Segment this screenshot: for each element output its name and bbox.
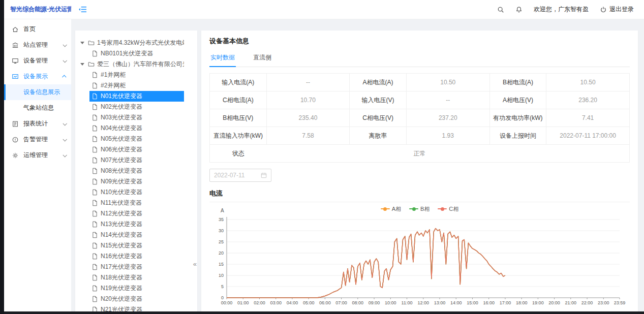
tree-leaf-node[interactable]: N08光伏逆变器	[75, 166, 197, 176]
sidebar-subitem-label: 设备信息展示	[23, 88, 60, 97]
svg-text:35: 35	[219, 217, 224, 222]
tree-leaf-node[interactable]: N07光伏逆变器	[75, 155, 197, 166]
file-icon	[91, 168, 98, 174]
tree-node-label: N11光伏逆变器	[101, 199, 142, 207]
tree-collapse-handle[interactable]: «	[193, 260, 197, 268]
tab-1[interactable]: 直流侧	[252, 51, 272, 67]
svg-text:20: 20	[219, 250, 224, 256]
status-row: 状态正常	[210, 145, 630, 163]
y-axis-unit-label: A	[221, 208, 224, 213]
sidebar-item[interactable]: 站点管理	[4, 37, 71, 53]
file-icon	[91, 232, 98, 238]
tree-node-label: N17光伏逆变器	[101, 263, 142, 271]
tree-node-label: N07光伏逆变器	[101, 156, 142, 165]
date-picker[interactable]: 2022-07-11	[209, 169, 271, 182]
info-value: 10.70	[266, 91, 350, 109]
tree-leaf-node[interactable]: N06光伏逆变器	[75, 144, 197, 155]
sidebar-item-label: 首页	[23, 25, 36, 34]
sidebar-subitem[interactable]: 设备信息展示	[4, 84, 71, 100]
sidebar-subitem[interactable]: 气象站信息	[4, 100, 71, 116]
status-label: 状态	[232, 149, 244, 158]
sidebar-item[interactable]: 设备管理	[4, 53, 71, 69]
device-icon	[12, 57, 19, 65]
tree-leaf-node[interactable]: N19光伏逆变器	[75, 283, 197, 294]
tree-leaf-node[interactable]: NB0101光伏逆变器	[75, 48, 197, 59]
tree-leaf-node[interactable]: N18光伏逆变器	[75, 272, 197, 283]
sidebar-item[interactable]: 报表统计	[4, 116, 71, 132]
tree-leaf-node[interactable]: N03光伏逆变器	[75, 112, 197, 123]
svg-text:14:00: 14:00	[450, 300, 462, 305]
info-row: 直流输入功率(kW)7.58离散率1.93设备上报时间2022-07-11 17…	[210, 127, 630, 145]
tree-folder-node[interactable]: 1号家用4.32kW分布式光伏发电站	[75, 38, 197, 48]
svg-text:08:00: 08:00	[352, 300, 364, 305]
legend-item[interactable]: B相	[409, 205, 430, 213]
file-icon	[91, 210, 98, 217]
tree-leaf-node[interactable]: N16光伏逆变器	[75, 251, 197, 262]
tree-leaf-node[interactable]: #1并网柜	[75, 70, 197, 80]
svg-text:30: 30	[219, 228, 224, 233]
sidebar-item[interactable]: 设备展示	[4, 69, 71, 84]
site-icon	[12, 42, 19, 49]
info-value: 1.93	[406, 127, 489, 145]
tree-leaf-node[interactable]: #2并网柜	[75, 80, 197, 91]
svg-text:21:00: 21:00	[565, 300, 577, 305]
file-icon	[91, 285, 98, 292]
legend-label: B相	[420, 205, 430, 213]
tree-leaf-node[interactable]: N01光伏逆变器	[75, 91, 197, 102]
svg-text:15: 15	[219, 262, 224, 267]
sidebar-item[interactable]: 告警管理	[4, 132, 71, 147]
tree-leaf-node[interactable]: N17光伏逆变器	[75, 262, 197, 272]
calendar-icon	[261, 172, 267, 178]
tree-folder-node[interactable]: 爱三（佛山）汽车部件有限公司光伏发	[75, 59, 197, 70]
svg-text:15:00: 15:00	[467, 300, 478, 305]
tree-leaf-node[interactable]: N05光伏逆变器	[75, 134, 197, 144]
tree-leaf-node[interactable]: N20光伏逆变器	[75, 294, 197, 304]
search-icon[interactable]	[497, 6, 504, 13]
tree-node-label: N04光伏逆变器	[101, 124, 142, 133]
ops-icon	[12, 152, 19, 159]
date-value: 2022-07-11	[214, 172, 245, 179]
menu-fold-icon[interactable]	[78, 6, 87, 13]
sidebar-item-label: 设备管理	[23, 56, 48, 65]
svg-text:23:00: 23:00	[598, 300, 609, 305]
tree-leaf-node[interactable]: N04光伏逆变器	[75, 123, 197, 134]
tree-leaf-node[interactable]: N13光伏逆变器	[75, 219, 197, 230]
sidebar-item[interactable]: 首页	[4, 21, 71, 37]
info-label: 设备上报时间	[489, 127, 546, 145]
tree-leaf-node[interactable]: N02光伏逆变器	[75, 102, 197, 112]
file-icon	[91, 104, 98, 110]
sidebar-item-label: 告警管理	[23, 135, 48, 144]
info-label: A相电流(A)	[350, 74, 407, 91]
top-bar: 智光综合能源-光伏运营 欢迎您，广东智有盈 退出登录	[4, 0, 644, 19]
chart-header: A A相B相C相	[209, 204, 630, 213]
status-value: 正常	[414, 149, 426, 158]
tree-leaf-node[interactable]: N10光伏逆变器	[75, 187, 197, 198]
tree-leaf-node[interactable]: N11光伏逆变器	[75, 198, 197, 208]
caret-down-icon[interactable]	[80, 42, 84, 44]
file-icon	[91, 82, 98, 89]
legend-label: C相	[449, 205, 458, 213]
tree-leaf-node[interactable]: N14光伏逆变器	[75, 230, 197, 240]
tree-node-label: N20光伏逆变器	[101, 295, 142, 303]
tree-leaf-node[interactable]: N09光伏逆变器	[75, 176, 197, 187]
tree-leaf-node[interactable]: N15光伏逆变器	[75, 240, 197, 251]
tree-leaf-node[interactable]: N21光伏逆变器	[75, 304, 197, 311]
tree-leaf-node[interactable]: N12光伏逆变器	[75, 208, 197, 219]
legend-item[interactable]: C相	[438, 205, 458, 213]
svg-text:02:00: 02:00	[254, 300, 265, 305]
logout-button[interactable]: 退出登录	[600, 5, 634, 14]
tab-0[interactable]: 实时数据	[209, 51, 236, 67]
sidebar-item-label: 运维管理	[23, 151, 48, 160]
sidebar-item[interactable]: 运维管理	[4, 147, 71, 163]
svg-text:18:00: 18:00	[516, 300, 528, 305]
tree-node-label: #1并网柜	[101, 71, 126, 79]
tree-node-label: N03光伏逆变器	[101, 113, 142, 122]
line-chart-svg: 0510152025303500:0001:0002:0003:0004:000…	[209, 213, 630, 309]
info-row: 输入电流(A)--A相电流(A)10.50B相电流(A)10.50	[210, 74, 630, 91]
tree-node-label: 1号家用4.32kW分布式光伏发电站	[97, 39, 184, 47]
file-icon	[91, 264, 98, 270]
caret-down-icon[interactable]	[80, 63, 84, 66]
bell-icon[interactable]	[515, 6, 523, 13]
left-edge-strip	[0, 0, 4, 314]
legend-item[interactable]: A相	[381, 205, 401, 213]
